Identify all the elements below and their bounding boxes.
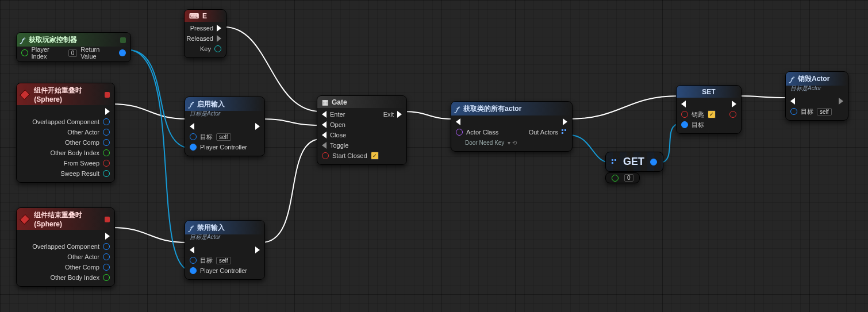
pin-label: Player Controller: [200, 267, 247, 274]
pin-label: 目标: [692, 121, 704, 129]
pin-label: Start Closed: [332, 152, 367, 159]
pin-default-value[interactable]: 0: [624, 174, 633, 182]
delegate-pin-icon: [105, 217, 110, 222]
macro-icon: ▦: [322, 98, 328, 106]
exec-out-pin-icon[interactable]: [563, 118, 567, 125]
array-in-pin-icon[interactable]: [612, 159, 617, 165]
node-array-get-index[interactable]: 0: [605, 172, 640, 183]
pin-label: Exit: [383, 111, 394, 118]
node-enable-input[interactable]: 启用输入 目标是Actor 目标self Player Controller: [185, 97, 265, 156]
pin-label: Other Body Index: [50, 274, 99, 281]
pin-label: 目标: [200, 133, 213, 141]
exec-out-pin-icon[interactable]: [255, 246, 260, 253]
pin-label: Key: [200, 45, 211, 52]
pin-label: Released: [187, 35, 213, 42]
exec-out-pin-icon[interactable]: [217, 35, 221, 42]
pin-default-value[interactable]: self: [216, 133, 231, 141]
pin-label: Close: [330, 132, 346, 138]
int-out-pin-icon[interactable]: [103, 274, 110, 281]
struct-out-pin-icon[interactable]: [103, 170, 110, 177]
object-in-pin-icon[interactable]: [190, 267, 197, 274]
struct-out-pin-icon[interactable]: [214, 45, 221, 52]
pin-default-value[interactable]: 0: [68, 49, 78, 57]
event-icon: [20, 214, 30, 225]
node-input-key-e[interactable]: ⌨E Pressed Released Key: [184, 9, 226, 58]
delegate-pin-icon: [120, 37, 126, 43]
object-out-pin-icon[interactable]: [103, 243, 110, 250]
object-in-pin-icon[interactable]: [190, 144, 197, 151]
exec-out-pin-icon[interactable]: [732, 101, 736, 107]
bool-checkbox[interactable]: ✓: [708, 110, 716, 118]
node-title: 组件结束重叠时 (Sphere): [34, 210, 101, 228]
exec-in-pin-icon[interactable]: [190, 246, 194, 253]
object-out-pin-icon[interactable]: [650, 159, 657, 165]
node-get-player-controller[interactable]: 获取玩家控制器 Player Index 0 Return Value: [16, 32, 131, 62]
object-out-pin-icon[interactable]: [103, 253, 110, 260]
node-title: 禁用输入: [197, 223, 225, 233]
delegate-pin-icon: [105, 92, 110, 98]
exec-in-pin-icon[interactable]: [190, 123, 194, 130]
pin-default-value[interactable]: self: [817, 108, 832, 115]
exec-in-pin-icon[interactable]: [322, 142, 327, 149]
int-in-pin-icon[interactable]: [612, 175, 619, 182]
bool-in-pin-icon[interactable]: [681, 111, 688, 118]
bool-in-pin-icon[interactable]: [322, 152, 329, 159]
array-out-pin-icon[interactable]: [562, 129, 567, 135]
exec-in-pin-icon[interactable]: [790, 98, 795, 105]
node-title: 销毁Actor: [798, 74, 829, 84]
pin-default-value[interactable]: self: [216, 257, 231, 264]
pin-label: Other Actor: [67, 253, 99, 260]
object-in-pin-icon[interactable]: [190, 133, 197, 140]
exec-out-pin-icon[interactable]: [255, 123, 260, 130]
object-out-pin-icon[interactable]: [103, 118, 110, 125]
object-out-pin-icon[interactable]: [119, 49, 126, 56]
exec-out-pin-icon[interactable]: [105, 108, 110, 115]
object-out-pin-icon[interactable]: [103, 264, 110, 271]
exec-out-pin-icon[interactable]: [105, 233, 110, 240]
exec-out-pin-icon[interactable]: [839, 98, 843, 105]
node-set-variable[interactable]: SET 钥匙✓ 目标: [676, 85, 742, 134]
pin-label: Toggle: [330, 142, 348, 149]
pin-label: Other Comp: [65, 139, 99, 146]
object-out-pin-icon[interactable]: [103, 139, 110, 146]
pin-label: 钥匙: [692, 110, 704, 119]
exec-out-pin-icon[interactable]: [397, 111, 402, 118]
node-disable-input[interactable]: 禁用输入 目标是Actor 目标self Player Controller: [185, 220, 265, 280]
node-get-all-actors-of-class[interactable]: 获取类的所有actor Actor Class Out Actors Door …: [451, 101, 573, 152]
bool-checkbox[interactable]: ✓: [371, 152, 379, 160]
node-title: E: [202, 12, 207, 20]
node-subtitle: 目标是Actor: [185, 233, 264, 244]
pin-label: Other Comp: [65, 264, 99, 271]
exec-in-pin-icon[interactable]: [322, 121, 327, 128]
exec-in-pin-icon[interactable]: [681, 101, 686, 107]
object-in-pin-icon[interactable]: [790, 108, 797, 115]
pin-label: Open: [330, 121, 345, 128]
node-begin-overlap[interactable]: 组件开始重叠时 (Sphere) Overlapped Component Ot…: [16, 83, 115, 183]
pin-label: Sweep Result: [60, 170, 99, 177]
node-title: SET: [702, 88, 715, 96]
int-out-pin-icon[interactable]: [103, 149, 110, 156]
node-gate[interactable]: ▦Gate Enter Exit Open Close Toggle Start…: [317, 95, 407, 165]
node-destroy-actor[interactable]: 销毁Actor 目标是Actor 目标self: [785, 71, 848, 121]
class-in-pin-icon[interactable]: [456, 129, 463, 136]
pin-label: Out Actors: [529, 129, 558, 136]
pin-label: Other Actor: [67, 129, 99, 136]
exec-in-pin-icon[interactable]: [322, 132, 327, 138]
node-subtitle: 目标是Actor: [786, 84, 848, 95]
bool-out-pin-icon[interactable]: [103, 160, 110, 167]
node-end-overlap[interactable]: 组件结束重叠时 (Sphere) Overlapped Component Ot…: [16, 207, 115, 287]
exec-in-pin-icon[interactable]: [322, 111, 327, 118]
bool-out-pin-icon[interactable]: [729, 111, 736, 118]
node-subtitle: 目标是Actor: [185, 110, 264, 120]
pin-label: From Sweep: [64, 160, 99, 167]
exec-in-pin-icon[interactable]: [456, 118, 460, 125]
pin-label: 目标: [200, 256, 213, 265]
object-out-pin-icon[interactable]: [103, 129, 110, 136]
exec-out-pin-icon[interactable]: [217, 25, 221, 32]
object-in-pin-icon[interactable]: [681, 121, 688, 128]
node-title: 组件开始重叠时 (Sphere): [34, 86, 101, 103]
class-dropdown[interactable]: Door Need Key: [465, 140, 504, 146]
int-pin-icon[interactable]: [21, 49, 28, 56]
object-in-pin-icon[interactable]: [190, 257, 197, 264]
node-array-get[interactable]: GET: [605, 152, 663, 172]
